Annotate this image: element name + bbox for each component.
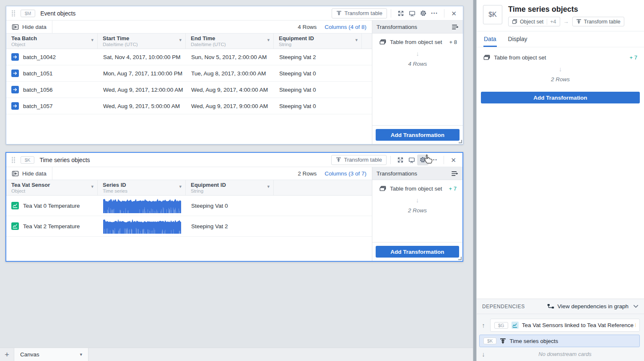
settings-gear-icon[interactable] [418, 8, 429, 19]
panel-title: Time series objects [508, 5, 624, 14]
filter-caret-icon[interactable]: ▾ [179, 37, 182, 43]
tab-data[interactable]: Data [483, 31, 497, 47]
transformation-step[interactable]: Table from object set + 7 [477, 47, 644, 61]
expand-icon[interactable] [395, 8, 406, 19]
add-transformation-button[interactable]: Add Transformation [376, 129, 460, 141]
drag-handle-icon[interactable] [11, 10, 16, 17]
object-set-chip[interactable]: Object set +4 [508, 17, 560, 26]
tab-display[interactable]: Display [508, 31, 528, 47]
canvas-tab[interactable]: Canvas ▾ [14, 348, 88, 361]
upstream-card-chip[interactable]: $G Tea Vat Sensors linked to Tea Vat Ref… [490, 319, 640, 332]
filter-caret-icon[interactable]: ▾ [267, 184, 270, 189]
transform-funnel-icon [576, 19, 582, 24]
transform-funnel-icon [500, 338, 506, 344]
resize-handle[interactable] [458, 257, 462, 260]
current-card-chip[interactable]: $K Time series objects [479, 335, 640, 347]
filter-caret-icon[interactable]: ▾ [355, 37, 358, 43]
step-label: Table from object set [494, 54, 546, 61]
hide-data-button[interactable]: Hide data [6, 167, 52, 180]
vertical-scrollbar[interactable] [473, 0, 476, 361]
upstream-card-label: Tea Vat Sensors linked to Tea Vat Refere… [522, 322, 636, 328]
step-label: Table from object set [390, 186, 442, 192]
transform-table-chip[interactable]: Transform table [572, 17, 624, 26]
view-dependencies-button[interactable]: View dependencies in graph [547, 303, 628, 309]
filter-caret-icon[interactable]: ▾ [267, 37, 270, 43]
row-count-label: 4 Rows [298, 24, 317, 30]
hide-data-button[interactable]: Hide data [6, 21, 52, 33]
table-header: Tea Vat SensorObject▾ Series IDTime seri… [6, 180, 372, 196]
add-transformation-button[interactable]: Add Transformation [376, 246, 459, 258]
card-titlebar: $M Event objects Transform table ••• × [6, 6, 463, 21]
close-icon[interactable]: × [448, 155, 459, 165]
current-card-label: Time series objects [509, 338, 558, 344]
close-icon[interactable]: × [448, 8, 460, 19]
filter-caret-icon[interactable]: ▾ [91, 184, 93, 189]
end-time-cell: Tue, Aug 8, 2017, 3:00:00 AM [186, 70, 274, 77]
column-header-tea-batch[interactable]: Tea BatchObject▾ [6, 34, 98, 49]
chevron-down-icon[interactable] [633, 304, 639, 308]
column-header-equipment-id[interactable]: Equipment IDString▾ [186, 180, 274, 195]
filter-caret-icon[interactable]: ▾ [91, 37, 93, 43]
panel-tabs: Data Display [477, 31, 644, 47]
transformation-step[interactable]: Table from object set + 7 [372, 180, 462, 192]
object-cell: batch_1057 [23, 103, 53, 109]
panel-card-badge: $K [483, 5, 502, 24]
card-time-series-objects: $K Time series objects Transform table •… [5, 152, 463, 262]
table-row[interactable]: batch_1057 Wed, Aug 9, 2017, 5:00:00 AM … [6, 98, 372, 114]
end-time-cell: Wed, Aug 9, 2017, 9:00:00 AM [186, 103, 274, 109]
settings-gear-icon[interactable] [417, 155, 428, 165]
result-rows-label: 4 Rows [372, 61, 463, 67]
table-stack-icon [379, 39, 386, 45]
table-header: Tea BatchObject▾ Start TimeDate/time (UT… [6, 34, 372, 49]
add-canvas-button[interactable]: + [0, 348, 14, 361]
table-row[interactable]: batch_10042 Sat, Nov 4, 2017, 10:00:00 P… [6, 49, 372, 65]
downstream-arrow-icon: ↓ [479, 351, 488, 358]
card-title: Time series objects [39, 157, 90, 163]
result-rows-label: 2 Rows [372, 207, 462, 214]
transformation-list-icon[interactable] [451, 170, 458, 177]
table-row[interactable]: Tea Vat 0 Temperature Steeping Vat 0 [6, 196, 372, 216]
transform-table-button[interactable]: Transform table [332, 8, 387, 18]
present-monitor-icon[interactable] [406, 8, 418, 19]
object-set-extra-count: +4 [547, 19, 556, 25]
object-link-icon [11, 102, 19, 110]
resize-handle[interactable] [459, 140, 462, 143]
table-row[interactable]: Tea Vat 2 Temperature Steeping Vat 2 [6, 216, 372, 237]
columns-link[interactable]: Columns (4 of 8) [325, 24, 366, 30]
table-row[interactable]: batch_1056 Wed, Aug 9, 2017, 12:00:00 AM… [6, 82, 372, 98]
column-header-end-time[interactable]: End TimeDate/time (UTC)▾ [186, 34, 274, 49]
table-stack-icon [379, 186, 386, 192]
graph-icon [547, 303, 554, 309]
column-header-series-id[interactable]: Series IDTime series▾ [98, 180, 186, 195]
flow-arrow-icon: ↓ [477, 65, 644, 72]
transformations-panel: Transformations Table from object set + … [372, 167, 462, 261]
transformation-list-icon[interactable] [452, 24, 459, 30]
step-label: Table from object set [390, 39, 442, 45]
hide-data-icon [12, 24, 19, 30]
dependencies-header: DEPENDENCIES [482, 304, 525, 309]
table-stack-icon [483, 54, 490, 61]
timeseries-icon [11, 222, 19, 230]
timeseries-chart-icon [512, 322, 519, 329]
column-header-equipment-id[interactable]: Equipment IDString▾ [274, 34, 362, 49]
start-time-cell: Wed, Aug 9, 2017, 5:00:00 AM [98, 103, 186, 109]
filter-caret-icon[interactable]: ▾ [179, 184, 182, 189]
card-badge: $K [483, 338, 496, 344]
column-header-tea-vat-sensor[interactable]: Tea Vat SensorObject▾ [6, 180, 98, 195]
transform-table-button[interactable]: Transform table [331, 155, 387, 165]
transformations-header: Transformations [377, 170, 417, 177]
column-header-start-time[interactable]: Start TimeDate/time (UTC)▾ [98, 34, 186, 49]
tab-caret-icon[interactable]: ▾ [80, 352, 82, 357]
step-count-badge: + 7 [630, 54, 637, 61]
drag-handle-icon[interactable] [11, 157, 16, 163]
add-transformation-button[interactable]: Add Transformation [481, 92, 640, 103]
expand-icon[interactable] [395, 155, 406, 165]
table-row[interactable]: batch_1051 Mon, Aug 7, 2017, 11:00:00 PM… [6, 65, 372, 82]
more-options-icon[interactable]: ••• [428, 155, 440, 165]
step-count-badge: + 8 [449, 39, 457, 45]
side-panel: $K Time series objects Object set +4 → T… [476, 0, 644, 361]
transformation-step[interactable]: Table from object set + 8 [372, 34, 463, 45]
columns-link[interactable]: Columns (3 of 7) [325, 170, 366, 177]
present-monitor-icon[interactable] [406, 155, 417, 165]
more-options-icon[interactable]: ••• [429, 8, 440, 19]
